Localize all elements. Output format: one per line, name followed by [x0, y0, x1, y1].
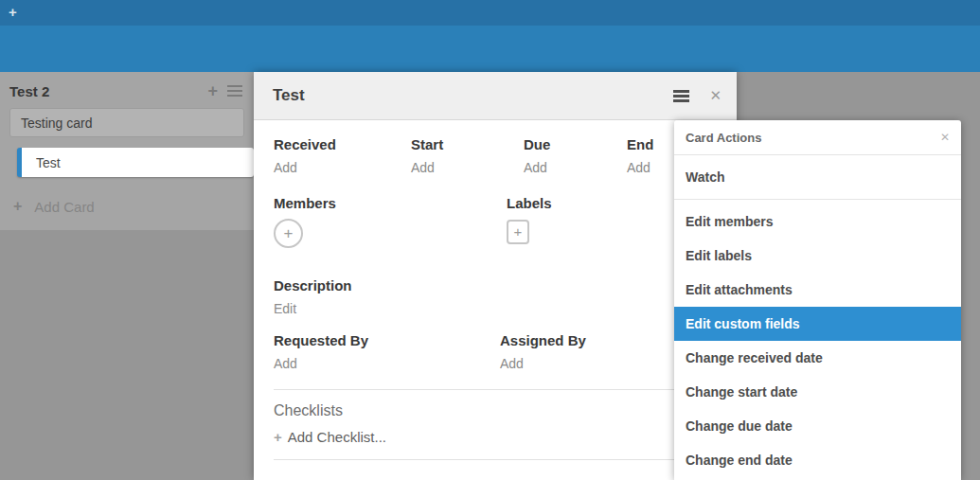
- card-title: Test: [273, 86, 673, 105]
- checklists-label: Checklists: [274, 402, 718, 419]
- description-edit-link[interactable]: Edit: [274, 301, 718, 316]
- add-label-button[interactable]: +: [507, 220, 529, 244]
- menu-item-change-due-date[interactable]: Change due date: [674, 409, 961, 443]
- popover-title: Card Actions: [686, 131, 940, 145]
- card-actions-popover: Card Actions ✕ Watch Edit members Edit l…: [674, 120, 961, 480]
- modal-body: Received Add Start Add Due Add End Add: [254, 120, 737, 460]
- requested-assigned-row: Requested By Add Assigned By Add: [274, 332, 718, 371]
- members-label: Members: [274, 195, 507, 211]
- section-divider: [274, 459, 718, 460]
- popover-header: Card Actions ✕: [674, 120, 961, 155]
- menu-item-edit-members[interactable]: Edit members: [674, 204, 961, 239]
- add-card-label: Add Card: [34, 199, 94, 215]
- end-label: End: [627, 136, 653, 152]
- card-actions-menu-icon[interactable]: [673, 88, 689, 104]
- menu-item-watch[interactable]: Watch: [674, 155, 961, 200]
- board-header-bar: [0, 26, 980, 72]
- app-window: + Test 2 + Testing card Test + Add Card …: [0, 0, 980, 480]
- close-modal-icon[interactable]: ✕: [705, 85, 725, 106]
- menu-item-edit-labels[interactable]: Edit labels: [674, 239, 961, 273]
- list-panel: Test 2 + Testing card Test + Add Card: [0, 72, 254, 230]
- menu-item-change-start-date[interactable]: Change start date: [674, 375, 961, 409]
- card-label: Testing card: [21, 116, 92, 131]
- card-detail-modal: Test ✕ Received Add Start Add Due Add: [254, 72, 737, 480]
- start-add-link[interactable]: Add: [411, 160, 524, 175]
- menu-item-change-received-date[interactable]: Change received date: [674, 341, 961, 375]
- popover-menu: Edit members Edit labels Edit attachment…: [674, 200, 961, 477]
- list-title: Test 2: [9, 83, 207, 99]
- assigned-by-add-link[interactable]: Add: [500, 356, 586, 371]
- description-label: Description: [274, 277, 718, 293]
- top-navbar: +: [0, 0, 980, 26]
- description-section: Description Edit: [274, 277, 718, 316]
- requested-by-label: Requested By: [274, 332, 500, 348]
- received-date-field: Received Add: [274, 136, 411, 175]
- labels-label: Labels: [507, 195, 552, 211]
- start-date-field: Start Add: [411, 136, 524, 175]
- checklists-section: Checklists + Add Checklist...: [274, 390, 718, 445]
- received-label: Received: [274, 136, 411, 152]
- card-test[interactable]: Test: [17, 148, 254, 177]
- requested-by-add-link[interactable]: Add: [274, 356, 500, 371]
- due-add-link[interactable]: Add: [524, 160, 627, 175]
- dates-row: Received Add Start Add Due Add End Add: [274, 136, 718, 175]
- plus-icon: +: [514, 223, 523, 240]
- menu-item-edit-attachments[interactable]: Edit attachments: [674, 273, 961, 307]
- modal-header: Test ✕: [254, 72, 737, 120]
- menu-item-edit-custom-fields[interactable]: Edit custom fields: [674, 307, 961, 341]
- members-section: Members +: [274, 195, 507, 248]
- plus-icon: +: [284, 224, 294, 242]
- card-testing-card[interactable]: Testing card: [9, 108, 244, 137]
- close-popover-icon[interactable]: ✕: [940, 131, 950, 144]
- assigned-by-label: Assigned By: [500, 332, 586, 348]
- due-label: Due: [524, 136, 627, 152]
- add-checklist-button[interactable]: + Add Checklist...: [274, 429, 718, 445]
- plus-icon: +: [13, 198, 22, 215]
- add-card-button[interactable]: + Add Card: [13, 198, 254, 215]
- menu-item-change-end-date[interactable]: Change end date: [674, 443, 961, 477]
- end-date-field: End Add: [627, 136, 653, 175]
- requested-by-section: Requested By Add: [274, 332, 500, 371]
- assigned-by-section: Assigned By Add: [500, 332, 586, 371]
- plus-icon: +: [274, 429, 282, 445]
- card-label: Test: [36, 155, 61, 170]
- add-board-icon[interactable]: +: [9, 5, 17, 20]
- received-add-link[interactable]: Add: [274, 160, 411, 175]
- start-label: Start: [411, 136, 524, 152]
- list-header: Test 2 +: [0, 72, 254, 107]
- labels-section: Labels +: [507, 195, 552, 248]
- members-labels-row: Members + Labels +: [274, 195, 718, 248]
- list-menu-icon[interactable]: [227, 82, 242, 99]
- add-member-button[interactable]: +: [274, 219, 303, 248]
- due-date-field: Due Add: [524, 136, 627, 175]
- end-add-link[interactable]: Add: [627, 160, 653, 175]
- list-add-card-icon[interactable]: +: [207, 84, 218, 98]
- add-checklist-label: Add Checklist...: [288, 429, 386, 445]
